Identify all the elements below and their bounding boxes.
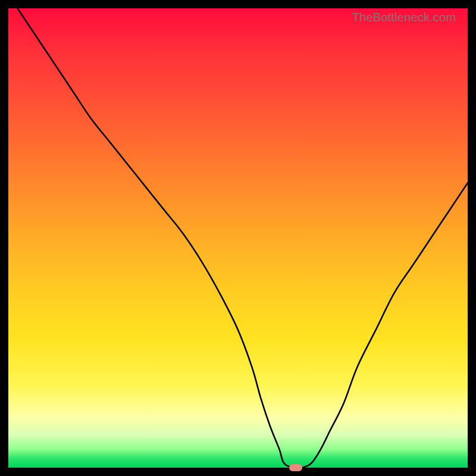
- chart-plot-area: TheBottleneck.com: [8, 8, 468, 468]
- bottleneck-curve: [8, 8, 468, 468]
- watermark-text: TheBottleneck.com: [352, 11, 456, 24]
- chart-frame: TheBottleneck.com: [0, 0, 476, 476]
- minimum-marker: [289, 464, 302, 471]
